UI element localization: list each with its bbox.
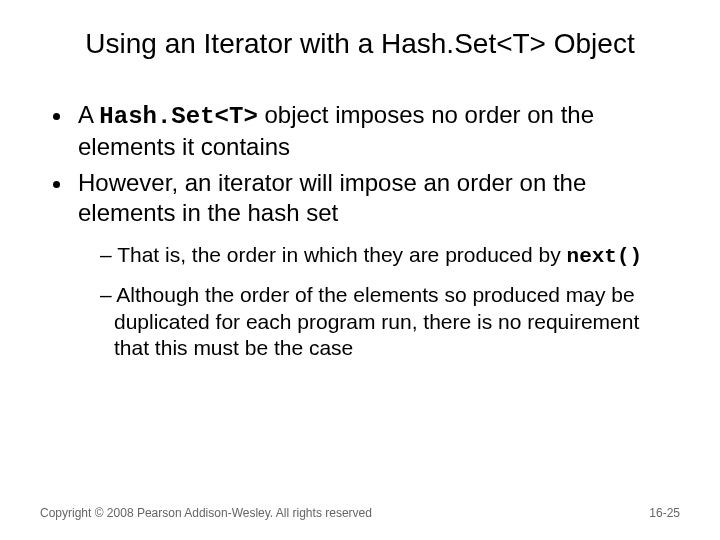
sub-bullet-list: That is, the order in which they are pro…: [78, 242, 680, 361]
sub-bullet-1-text: That is, the order in which they are pro…: [117, 243, 566, 266]
slide-title: Using an Iterator with a Hash.Set<T> Obj…: [40, 28, 680, 60]
bullet-1-text-a: A: [78, 101, 99, 128]
sub-bullet-1: That is, the order in which they are pro…: [100, 242, 680, 270]
bullet-1: A Hash.Set<T> object imposes no order on…: [74, 100, 680, 162]
sub-bullet-1-code: next(): [567, 245, 643, 268]
footer: Copyright © 2008 Pearson Addison-Wesley.…: [40, 506, 680, 520]
bullet-2-text: However, an iterator will impose an orde…: [78, 169, 586, 226]
copyright-text: Copyright © 2008 Pearson Addison-Wesley.…: [40, 506, 372, 520]
bullet-2: However, an iterator will impose an orde…: [74, 168, 680, 361]
bullet-list: A Hash.Set<T> object imposes no order on…: [40, 100, 680, 361]
sub-bullet-2-text: Although the order of the elements so pr…: [114, 283, 639, 359]
sub-bullet-2: Although the order of the elements so pr…: [100, 282, 680, 361]
bullet-1-code: Hash.Set<T>: [99, 103, 257, 130]
page-number: 16-25: [649, 506, 680, 520]
slide: Using an Iterator with a Hash.Set<T> Obj…: [0, 0, 720, 540]
